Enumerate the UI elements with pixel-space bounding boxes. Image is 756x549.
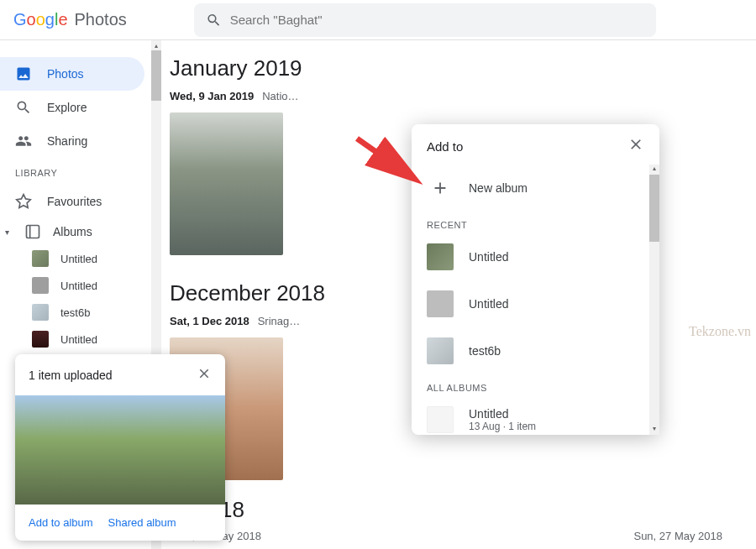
add-to-album-button[interactable]: Add to album — [29, 516, 93, 529]
plus-icon — [427, 175, 454, 201]
scroll-down-arrow[interactable]: ▾ — [649, 425, 659, 435]
album-thumbnail — [32, 331, 49, 348]
nav-photos[interactable]: Photos — [0, 57, 144, 91]
album-label: test6b — [469, 344, 501, 358]
location-label: Natio… — [262, 90, 298, 102]
sidebar-album-item[interactable]: test6b — [0, 299, 151, 326]
star-icon — [15, 193, 32, 210]
new-album-label: New album — [469, 181, 528, 195]
close-icon[interactable] — [627, 136, 644, 156]
modal-scrollbar[interactable]: ▴ ▾ — [649, 165, 659, 435]
app-header: Google Photos — [0, 0, 756, 40]
nav-explore[interactable]: Explore — [0, 91, 144, 124]
nav-label: Explore — [47, 101, 87, 114]
truncated-month-heading: 18 — [220, 497, 756, 523]
date-label: Sat, 1 Dec 2018 — [170, 315, 249, 327]
svg-rect-0 — [27, 226, 39, 238]
album-label: Untitled — [469, 407, 536, 421]
recent-album-item[interactable]: test6b — [412, 327, 659, 374]
month-heading: January 2019 — [170, 55, 756, 81]
album-thumbnail — [427, 290, 454, 317]
shared-album-button[interactable]: Shared album — [108, 516, 176, 529]
date-label: Sun, 27 May 2018 — [633, 530, 722, 542]
album-label: Untitled — [469, 297, 508, 311]
add-to-modal: Add to New album RECENT Untitled Untitle… — [412, 124, 659, 435]
search-bar[interactable] — [194, 3, 656, 37]
location-label: Srinag… — [258, 315, 301, 327]
new-album-button[interactable]: New album — [412, 165, 659, 212]
album-thumbnail — [32, 304, 49, 321]
nav-sharing[interactable]: Sharing — [0, 124, 144, 158]
photo-icon — [15, 65, 32, 82]
nav-label: Photos — [47, 67, 84, 81]
recent-album-item[interactable]: Untitled — [412, 280, 659, 327]
google-wordmark: Google — [13, 10, 68, 29]
search-input[interactable] — [230, 13, 644, 27]
album-thumbnail — [427, 243, 454, 270]
album-subtitle: 13 Aug · 1 item — [469, 421, 536, 432]
album-icon — [24, 223, 41, 240]
watermark: Tekzone.vn — [689, 324, 751, 339]
chevron-down-icon: ▾ — [5, 227, 9, 237]
nav-label: Favourites — [47, 195, 102, 208]
photo-thumbnail[interactable] — [170, 112, 283, 255]
album-label: Untitled — [60, 253, 97, 265]
nav-albums[interactable]: ▾ Albums — [0, 218, 144, 245]
album-label: Untitled — [60, 280, 97, 292]
date-label: Wed, 9 Jan 2019 — [170, 90, 254, 102]
nav-label: Sharing — [47, 134, 87, 148]
scroll-up-arrow[interactable]: ▴ — [649, 165, 659, 175]
people-icon — [15, 133, 32, 149]
google-photos-logo[interactable]: Google Photos — [13, 10, 127, 29]
album-thumbnail — [427, 406, 454, 433]
album-label: Untitled — [60, 333, 97, 346]
recent-album-item[interactable]: Untitled — [412, 233, 659, 280]
close-icon[interactable] — [197, 366, 212, 384]
recent-section-header: RECENT — [412, 212, 659, 233]
scroll-up-arrow[interactable]: ▴ — [151, 40, 161, 50]
album-thumbnail — [427, 337, 454, 364]
photos-product-name: Photos — [75, 10, 127, 29]
uploaded-photo-preview[interactable] — [15, 395, 225, 505]
album-thumbnail — [32, 277, 49, 294]
album-label: test6b — [60, 306, 90, 319]
search-icon — [206, 12, 222, 29]
modal-title: Add to — [427, 139, 463, 154]
date-row: Wed, 9 Jan 2019 Natio… — [170, 90, 756, 102]
album-thumbnail — [32, 250, 49, 267]
all-albums-section-header: ALL ALBUMS — [412, 374, 659, 396]
search-icon — [15, 99, 32, 116]
sidebar-album-item[interactable]: Untitled — [0, 272, 151, 299]
nav-favourites[interactable]: Favourites — [0, 185, 144, 218]
album-label: Untitled — [469, 250, 508, 264]
scroll-thumb[interactable] — [649, 175, 659, 242]
sidebar-album-item[interactable]: Untitled — [0, 245, 151, 272]
nav-label: Albums — [53, 225, 92, 238]
upload-toast: 1 item uploaded Add to album Shared albu… — [15, 354, 225, 541]
toast-title: 1 item uploaded — [29, 369, 113, 382]
library-header: LIBRARY — [0, 158, 151, 185]
all-album-item[interactable]: Untitled 13 Aug · 1 item — [412, 396, 659, 435]
scroll-thumb[interactable] — [151, 50, 161, 101]
sidebar-album-item[interactable]: Untitled — [0, 326, 151, 353]
